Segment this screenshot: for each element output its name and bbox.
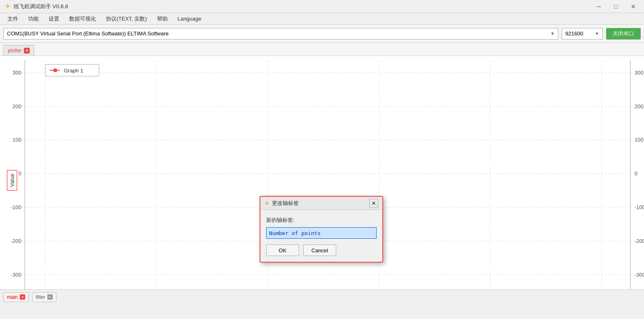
- dialog-body: 新的轴标签: OK Cancel: [260, 210, 382, 262]
- title-bar-left: ✈ 纸飞机调试助手 V0.8.8: [5, 2, 68, 10]
- dialog-title: ✈ 更改轴标签: [265, 200, 299, 207]
- dialog-title-bar: ✈ 更改轴标签 ✕: [260, 197, 382, 210]
- title-bar-controls: ─ □ ✕: [594, 2, 639, 11]
- title-bar: ✈ 纸飞机调试助手 V0.8.8 ─ □ ✕: [0, 0, 644, 13]
- chart-container: Value 300 200 100 0 -100 -200 -300: [0, 56, 644, 304]
- menu-file[interactable]: 文件: [3, 14, 22, 24]
- dialog-overlay: ✈ 更改轴标签 ✕ 新的轴标签: OK Cancel: [0, 56, 644, 304]
- dialog-input[interactable]: [266, 227, 377, 239]
- menu-settings[interactable]: 设置: [44, 14, 63, 24]
- menu-help[interactable]: 帮助: [153, 14, 172, 24]
- menu-bar: 文件 功能 设置 数据可视化 协议(TEXT, 实数) 帮助 Language: [0, 13, 644, 25]
- menu-protocol[interactable]: 协议(TEXT, 实数): [102, 14, 151, 24]
- tab-plotter-close[interactable]: ✕: [24, 48, 30, 54]
- menu-dataviz[interactable]: 数据可视化: [65, 14, 100, 24]
- app-logo: ✈: [5, 2, 10, 10]
- menu-function[interactable]: 功能: [24, 14, 43, 24]
- baud-dropdown-icon: ▼: [595, 31, 599, 36]
- tabs-bar: plotter ✕: [0, 43, 644, 56]
- app-title: 纸飞机调试助手 V0.8.8: [14, 3, 68, 10]
- baud-value: 921600: [565, 30, 583, 37]
- dialog-label: 新的轴标签:: [266, 217, 377, 224]
- dialog-logo-icon: ✈: [265, 200, 269, 207]
- close-button[interactable]: ✕: [628, 2, 639, 11]
- port-value: COM1(BUSY Virtual Serial Port (Eltima So…: [7, 30, 169, 37]
- toolbar: COM1(BUSY Virtual Serial Port (Eltima So…: [0, 25, 644, 43]
- axis-label-dialog: ✈ 更改轴标签 ✕ 新的轴标签: OK Cancel: [260, 196, 383, 263]
- dialog-close-button[interactable]: ✕: [369, 199, 378, 208]
- close-port-button[interactable]: 关闭串口: [606, 28, 641, 40]
- dialog-ok-button[interactable]: OK: [266, 244, 299, 256]
- port-select[interactable]: COM1(BUSY Virtual Serial Port (Eltima So…: [3, 28, 558, 40]
- tab-plotter-label: plotter: [8, 48, 21, 54]
- maximize-button[interactable]: □: [611, 2, 621, 11]
- dialog-cancel-button[interactable]: Cancel: [303, 244, 336, 256]
- baud-select[interactable]: 921600 ▼: [562, 28, 603, 40]
- tab-plotter[interactable]: plotter ✕: [3, 45, 34, 56]
- dialog-buttons: OK Cancel: [266, 244, 377, 256]
- dialog-title-text: 更改轴标签: [272, 200, 299, 207]
- port-dropdown-icon: ▼: [550, 31, 555, 36]
- menu-language[interactable]: Language: [173, 14, 206, 23]
- minimize-button[interactable]: ─: [594, 2, 604, 11]
